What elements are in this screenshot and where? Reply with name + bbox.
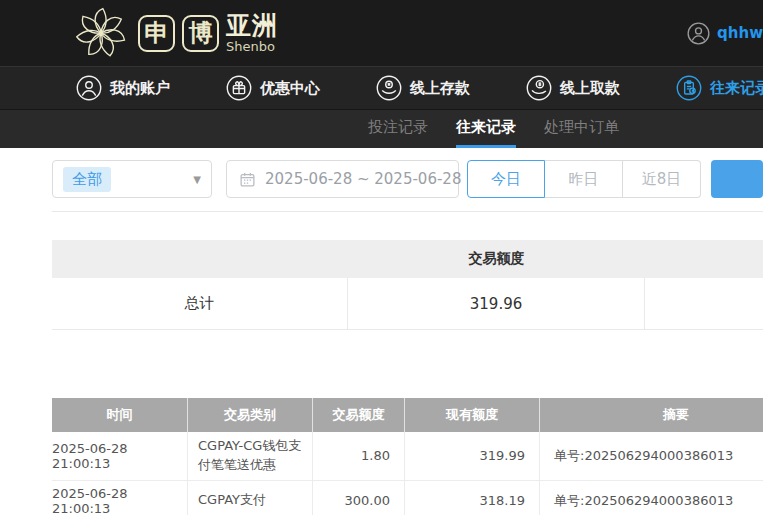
summary-total-label: 总计 bbox=[52, 278, 348, 329]
col-time: 时间 bbox=[52, 398, 188, 432]
records-icon bbox=[676, 75, 702, 101]
cell-type: CGPAY-CG钱包支付笔笔送优惠 bbox=[188, 432, 313, 480]
last-8-days-button[interactable]: 近8日 bbox=[623, 160, 701, 198]
nav-label: 线上取款 bbox=[560, 79, 620, 98]
brand-logo[interactable]: 申 博 亚洲 Shenbo bbox=[72, 4, 278, 62]
col-balance: 现有额度 bbox=[405, 398, 540, 432]
cell-amount: 1.80 bbox=[313, 432, 405, 480]
type-select[interactable]: 全部 ▼ bbox=[52, 160, 212, 198]
summary-empty-cell bbox=[645, 278, 763, 329]
user-icon bbox=[76, 75, 102, 101]
withdraw-icon bbox=[526, 75, 552, 101]
table-row: 2025-06-28 21:00:13 CGPAY支付 300.00 318.1… bbox=[52, 481, 763, 515]
deposit-icon bbox=[376, 75, 402, 101]
nav-item-deposit[interactable]: 线上存款 bbox=[376, 75, 470, 101]
cell-balance: 319.99 bbox=[405, 432, 540, 480]
col-summary: 摘要 bbox=[540, 398, 763, 432]
logo-text: 亚洲 Shenbo bbox=[226, 13, 278, 53]
summary-header-row: 交易额度 bbox=[52, 240, 763, 278]
cell-balance: 318.19 bbox=[405, 481, 540, 515]
selected-type-chip: 全部 bbox=[63, 167, 111, 192]
cell-time: 2025-06-28 21:00:13 bbox=[52, 481, 188, 515]
summary-table: 交易额度 总计 319.96 bbox=[52, 240, 763, 330]
calendar-icon bbox=[239, 171, 256, 188]
tab-transaction-records[interactable]: 往来记录 bbox=[456, 110, 516, 148]
cell-summary: 单号:202506294000386013 bbox=[540, 481, 763, 515]
filter-bar: 全部 ▼ 2025-06-28 ~ 2025-06-28 今日 昨日 近8日 bbox=[52, 160, 763, 198]
col-amount: 交易额度 bbox=[313, 398, 405, 432]
nav-item-withdraw[interactable]: 线上取款 bbox=[526, 75, 620, 101]
logo-char-box: 申 bbox=[138, 15, 175, 52]
divider bbox=[52, 211, 763, 212]
nav-item-promotions[interactable]: 优惠中心 bbox=[226, 75, 320, 101]
cell-time: 2025-06-28 21:00:13 bbox=[52, 432, 188, 480]
nav-label: 我的账户 bbox=[110, 79, 170, 98]
records-header-row: 时间 交易类别 交易额度 现有额度 摘要 bbox=[52, 398, 763, 432]
logo-char-box: 博 bbox=[182, 15, 219, 52]
account-menu[interactable]: qhhw bbox=[687, 22, 763, 45]
chevron-down-icon: ▼ bbox=[193, 174, 201, 185]
logo-subtitle: Shenbo bbox=[226, 40, 278, 53]
main-nav: 我的账户 优惠中心 线上存款 bbox=[0, 66, 763, 110]
avatar-icon bbox=[687, 22, 710, 45]
table-row: 2025-06-28 21:00:13 CGPAY-CG钱包支付笔笔送优惠 1.… bbox=[52, 432, 763, 481]
tab-bet-records[interactable]: 投注记录 bbox=[368, 110, 428, 148]
cell-summary: 单号:202506294000386013 bbox=[540, 432, 763, 480]
summary-header-amount: 交易额度 bbox=[348, 250, 645, 268]
nav-item-transaction-records[interactable]: 往来记录 bbox=[676, 75, 763, 101]
summary-total-value: 319.96 bbox=[348, 278, 645, 329]
logo-region: 亚洲 bbox=[226, 13, 278, 38]
records-table: 时间 交易类别 交易额度 现有额度 摘要 2025-06-28 21:00:13… bbox=[52, 398, 763, 515]
nav-item-my-account[interactable]: 我的账户 bbox=[76, 75, 170, 101]
cell-type: CGPAY支付 bbox=[188, 481, 313, 515]
tab-pending-orders[interactable]: 处理中订单 bbox=[544, 110, 619, 148]
page: 申 博 亚洲 Shenbo qhhw bbox=[0, 0, 763, 515]
flower-logo-icon bbox=[72, 4, 130, 62]
col-type: 交易类别 bbox=[188, 398, 313, 432]
summary-total-row: 总计 319.96 bbox=[52, 278, 763, 330]
top-header: 申 博 亚洲 Shenbo qhhw bbox=[0, 0, 763, 66]
nav-label: 优惠中心 bbox=[260, 79, 320, 98]
gift-icon bbox=[226, 75, 252, 101]
record-tabs: 投注记录 往来记录 处理中订单 bbox=[0, 110, 763, 148]
nav-label: 线上存款 bbox=[410, 79, 470, 98]
today-button[interactable]: 今日 bbox=[467, 160, 545, 198]
date-range-value: 2025-06-28 ~ 2025-06-28 bbox=[265, 170, 461, 188]
nav-label: 往来记录 bbox=[710, 79, 763, 98]
quick-date-buttons: 今日 昨日 近8日 bbox=[467, 160, 701, 198]
date-range-picker[interactable]: 2025-06-28 ~ 2025-06-28 bbox=[226, 160, 459, 198]
cell-amount: 300.00 bbox=[313, 481, 405, 515]
search-button[interactable] bbox=[711, 160, 763, 198]
username: qhhw bbox=[717, 24, 763, 42]
yesterday-button[interactable]: 昨日 bbox=[545, 160, 623, 198]
